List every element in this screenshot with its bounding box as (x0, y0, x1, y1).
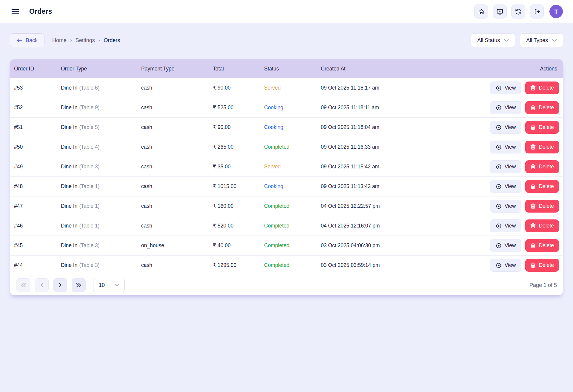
delete-button[interactable]: Delete (525, 141, 559, 153)
breadcrumb-home[interactable]: Home (52, 37, 67, 44)
order-status: Cooking (264, 124, 321, 130)
view-button[interactable]: View (490, 180, 522, 193)
table-row: #45 Dine In (Table 3) on_house ₹ 40.00 C… (10, 236, 563, 255)
table-row: #46 Dine In (Table 1) cash ₹ 520.00 Comp… (10, 216, 563, 236)
view-button[interactable]: View (490, 239, 522, 252)
eye-icon (496, 105, 502, 111)
payment-type: cash (141, 124, 213, 130)
delete-button[interactable]: Delete (525, 180, 559, 193)
order-table-label: (Table 9) (79, 104, 99, 111)
eye-icon (496, 223, 502, 229)
delete-button-label: Delete (539, 164, 554, 170)
last-page-button[interactable] (72, 278, 86, 292)
home-button[interactable] (474, 4, 488, 19)
payment-type: cash (141, 203, 213, 209)
delete-button[interactable]: Delete (525, 82, 559, 94)
column-header-created-at: Created At (321, 66, 481, 72)
delete-button[interactable]: Delete (525, 160, 559, 173)
status-filter-dropdown[interactable]: All Status (471, 33, 515, 47)
display-play-icon (496, 8, 503, 15)
order-id: #49 (14, 164, 61, 170)
delete-button[interactable]: Delete (525, 101, 559, 114)
order-total: ₹ 265.00 (213, 144, 264, 150)
payment-type: cash (141, 144, 213, 150)
logout-button[interactable] (530, 4, 544, 19)
eye-icon (496, 124, 502, 130)
delete-button-label: Delete (539, 262, 554, 268)
view-button[interactable]: View (490, 160, 522, 173)
double-chevron-left-icon (21, 283, 26, 287)
order-id: #51 (14, 124, 61, 130)
order-table-label: (Table 1) (79, 183, 99, 190)
order-type: Dine In (61, 262, 77, 268)
column-header-payment-type: Payment Type (141, 66, 213, 72)
order-status: Completed (264, 262, 321, 268)
order-id: #52 (14, 104, 61, 111)
page-summary: Page 1 of 5 (529, 282, 557, 288)
topbar: Orders T (0, 0, 573, 23)
prev-page-button[interactable] (35, 278, 49, 292)
column-header-actions: Actions (540, 66, 559, 72)
order-status: Cooking (264, 104, 321, 111)
view-button[interactable]: View (490, 141, 522, 153)
order-table-label: (Table 1) (79, 223, 99, 229)
back-button-label: Back (26, 37, 38, 44)
delete-button[interactable]: Delete (525, 200, 559, 213)
delete-button[interactable]: Delete (525, 121, 559, 134)
back-button[interactable]: Back (10, 33, 44, 47)
view-button[interactable]: View (490, 121, 522, 134)
order-total: ₹ 1295.00 (213, 262, 264, 268)
table-row: #49 Dine In (Table 3) cash ₹ 35.00 Serve… (10, 157, 563, 176)
view-button-label: View (505, 164, 516, 170)
status-filter-label: All Status (477, 37, 500, 44)
order-total: ₹ 90.00 (213, 85, 264, 91)
delete-button[interactable]: Delete (525, 239, 559, 252)
hamburger-menu-button[interactable] (10, 7, 20, 16)
double-chevron-right-icon (76, 283, 81, 287)
type-filter-dropdown[interactable]: All Types (520, 33, 563, 47)
next-page-button[interactable] (53, 278, 67, 292)
order-type: Dine In (61, 203, 77, 209)
view-button[interactable]: View (490, 219, 522, 232)
view-button[interactable]: View (490, 101, 522, 114)
delete-button-label: Delete (539, 85, 554, 91)
home-icon (478, 8, 485, 15)
delete-button[interactable]: Delete (525, 219, 559, 232)
order-status: Cooking (264, 183, 321, 190)
table-row: #52 Dine In (Table 9) cash ₹ 525.00 Cook… (10, 98, 563, 117)
back-arrow-icon (17, 38, 23, 43)
refresh-button[interactable] (511, 4, 525, 19)
view-button[interactable]: View (490, 82, 522, 94)
view-button[interactable]: View (490, 259, 522, 272)
view-button-label: View (505, 144, 516, 150)
logout-icon (533, 8, 540, 15)
created-at: 09 Oct 2025 11:18:11 am (321, 104, 481, 111)
page-size-select[interactable]: 10 (93, 278, 125, 292)
pagination: 10 (16, 278, 125, 292)
chevron-down-icon (552, 39, 557, 42)
delete-button[interactable]: Delete (525, 259, 559, 272)
column-header-total: Total (213, 66, 264, 72)
order-type: Dine In (61, 242, 77, 249)
order-type: Dine In (61, 183, 77, 190)
eye-icon (496, 262, 502, 268)
order-id: #48 (14, 183, 61, 190)
trash-icon (530, 243, 536, 248)
order-type: Dine In (61, 164, 77, 170)
eye-icon (496, 243, 502, 249)
chevron-right-icon (58, 283, 62, 287)
chevron-left-icon (40, 283, 44, 287)
order-table-label: (Table 6) (79, 85, 99, 91)
view-button[interactable]: View (490, 200, 522, 213)
first-page-button[interactable] (16, 278, 30, 292)
order-status: Completed (264, 144, 321, 150)
order-total: ₹ 1015.00 (213, 183, 264, 190)
order-table-label: (Table 5) (79, 124, 99, 130)
breadcrumb-settings[interactable]: Settings (76, 37, 95, 44)
display-button[interactable] (493, 4, 507, 19)
view-button-label: View (505, 203, 516, 209)
trash-icon (530, 124, 536, 130)
chevron-down-icon (114, 284, 119, 287)
delete-button-label: Delete (539, 223, 554, 229)
avatar[interactable]: T (549, 5, 563, 18)
